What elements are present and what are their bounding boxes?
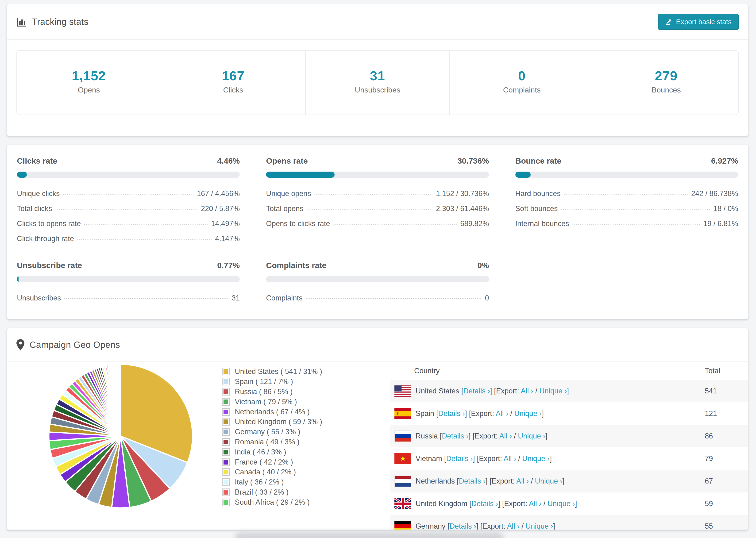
legend-item-united-states[interactable]: United States ( 541 / 31% ): [222, 367, 322, 377]
legend-item-italy[interactable]: Italy ( 36 / 2% ): [222, 477, 322, 487]
export-unique-link[interactable]: Unique ›: [522, 455, 550, 463]
rate-row-value: 689.82%: [460, 219, 489, 228]
legend-label: United States ( 541 / 31% ): [235, 367, 322, 376]
rate-row-label: Soft bounces: [515, 204, 558, 213]
legend-item-russia[interactable]: Russia ( 86 / 5% ): [222, 387, 322, 397]
country-name: United Kingdom [: [415, 500, 471, 508]
campaign-geo-opens-card: Campaign Geo Opens United States ( 541 /…: [7, 328, 748, 530]
export-all-link[interactable]: All ›: [516, 477, 529, 485]
rate-rows: Unsubscribes31: [17, 294, 240, 302]
export-all-link[interactable]: All ›: [521, 387, 533, 395]
legend-swatch: [222, 428, 230, 436]
rate-row-label: Click through rate: [17, 235, 74, 243]
united-states-flag-icon: [395, 385, 411, 397]
legend-item-vietnam[interactable]: Vietnam ( 79 / 5% ): [222, 397, 322, 407]
pie-slice-other[interactable]: [120, 364, 121, 436]
russia-flag-icon: [395, 430, 411, 442]
legend-item-canada[interactable]: Canada ( 40 / 2% ): [222, 467, 322, 477]
details-link[interactable]: Details ›: [450, 522, 476, 530]
legend-swatch: [222, 378, 230, 385]
export-unique-link[interactable]: Unique ›: [535, 477, 562, 485]
rate-value: 6.927%: [711, 156, 738, 166]
legend-item-brazil[interactable]: Brazil ( 33 / 2% ): [222, 487, 322, 497]
rate-section-opens-rate: Opens rate30.736%Unique opens1,152 / 30.…: [266, 156, 489, 243]
rate-row: Total opens2,303 / 61.446%: [266, 204, 489, 213]
details-link[interactable]: Details ›: [442, 432, 469, 440]
legend-swatch: [222, 478, 230, 486]
export-unique-link[interactable]: Unique ›: [539, 387, 567, 395]
rate-row: Hard bounces242 / 86.738%: [515, 189, 738, 198]
table-row-united-kingdom: United Kingdom [Details ›] [Export: All …: [390, 493, 748, 515]
table-row-vietnam: Vietnam [Details ›] [Export: All › / Uni…: [390, 447, 748, 470]
legend-label: Germany ( 55 / 3% ): [235, 428, 300, 436]
geo-body: United States ( 541 / 31% )Spain ( 121 /…: [7, 362, 748, 530]
rate-row-label: Unique opens: [266, 189, 311, 198]
legend-item-france[interactable]: France ( 42 / 2% ): [222, 457, 322, 467]
legend-label: India ( 46 / 3% ): [235, 448, 286, 456]
stat-value: 279: [594, 68, 738, 83]
rate-rows: Unique opens1,152 / 30.736%Total opens2,…: [266, 189, 489, 228]
details-link[interactable]: Details ›: [438, 409, 465, 418]
country-cell-text: Russia [Details ›] [Export: All › / Uniq…: [415, 432, 548, 440]
row-total: 121: [705, 409, 748, 418]
row-total: 79: [705, 455, 748, 463]
country-name: Netherlands [: [415, 477, 459, 485]
rate-section-complaints-rate: Complaints rate0%Complaints0: [266, 261, 489, 302]
rate-rows: Unique clicks167 / 4.456%Total clicks220…: [17, 189, 240, 243]
export-all-link[interactable]: All ›: [529, 500, 541, 508]
details-link[interactable]: Details ›: [459, 477, 486, 485]
export-unique-link[interactable]: Unique ›: [518, 432, 545, 440]
bar-chart-icon: [17, 17, 27, 27]
country-name: Russia [: [415, 432, 442, 440]
horizontal-scrollbar-thumb[interactable]: [235, 532, 504, 538]
stats-row: 1,152Opens167Clicks31Unsubscribes0Compla…: [17, 50, 739, 115]
tracking-stats-header: Tracking stats Export basic stats: [7, 4, 748, 40]
rate-row-value: 4.147%: [215, 235, 240, 243]
legend-label: Romania ( 49 / 3% ): [235, 438, 299, 446]
stat-label: Complaints: [450, 86, 594, 94]
details-link[interactable]: Details ›: [471, 500, 498, 508]
row-total: 59: [705, 500, 748, 508]
legend-item-netherlands[interactable]: Netherlands ( 67 / 4% ): [222, 407, 322, 417]
dotted-leader: [561, 209, 710, 210]
page-title: Tracking stats: [32, 17, 88, 27]
export-basic-stats-button[interactable]: Export basic stats: [658, 14, 739, 30]
details-link[interactable]: Details ›: [463, 387, 490, 395]
rate-rows: Hard bounces242 / 86.738%Soft bounces18 …: [515, 189, 738, 228]
table-row-russia: Russia [Details ›] [Export: All › / Uniq…: [390, 425, 748, 447]
export-unique-link[interactable]: Unique ›: [514, 409, 542, 418]
stat-box-clicks: 167Clicks: [161, 51, 306, 115]
row-total: 55: [705, 522, 748, 530]
stat-value: 1,152: [17, 68, 161, 83]
rate-progress-fill: [515, 172, 531, 178]
rate-row-value: 14.497%: [211, 219, 240, 228]
table-row-united-states: United States [Details ›] [Export: All ›…: [390, 380, 748, 402]
rate-progress-fill: [17, 276, 19, 282]
campaign-geo-opens-header: Campaign Geo Opens: [7, 328, 748, 362]
legend-item-spain[interactable]: Spain ( 121 / 7% ): [222, 377, 322, 387]
stat-label: Bounces: [594, 86, 738, 94]
export-all-link[interactable]: All ›: [507, 522, 519, 530]
geo-pie-chart[interactable]: [47, 363, 194, 510]
stat-label: Opens: [17, 86, 161, 94]
legend-item-romania[interactable]: Romania ( 49 / 3% ): [222, 437, 322, 447]
rate-value: 0.77%: [217, 261, 240, 270]
legend-item-india[interactable]: India ( 46 / 3% ): [222, 447, 322, 457]
rate-title: Clicks rate: [17, 156, 57, 166]
legend-swatch: [222, 398, 230, 405]
rate-row: Total clicks220 / 5.87%: [17, 204, 240, 213]
details-link[interactable]: Details ›: [446, 455, 473, 463]
legend-item-south-africa[interactable]: South Africa ( 29 / 2% ): [222, 497, 322, 507]
export-all-link[interactable]: All ›: [499, 432, 512, 440]
legend-item-germany[interactable]: Germany ( 55 / 3% ): [222, 427, 322, 437]
export-unique-link[interactable]: Unique ›: [548, 500, 575, 508]
legend-label: Russia ( 86 / 5% ): [235, 388, 293, 396]
rate-rows: Complaints0: [266, 294, 489, 302]
rate-row-value: 2,303 / 61.446%: [436, 204, 489, 213]
legend-item-united-kingdom[interactable]: United Kingdom ( 59 / 3% ): [222, 417, 322, 427]
export-all-link[interactable]: All ›: [504, 455, 516, 463]
rate-row-label: Total clicks: [17, 204, 52, 213]
export-all-link[interactable]: All ›: [496, 409, 508, 418]
export-unique-link[interactable]: Unique ›: [526, 522, 553, 530]
rate-row: Internal bounces19 / 6.81%: [515, 219, 738, 228]
